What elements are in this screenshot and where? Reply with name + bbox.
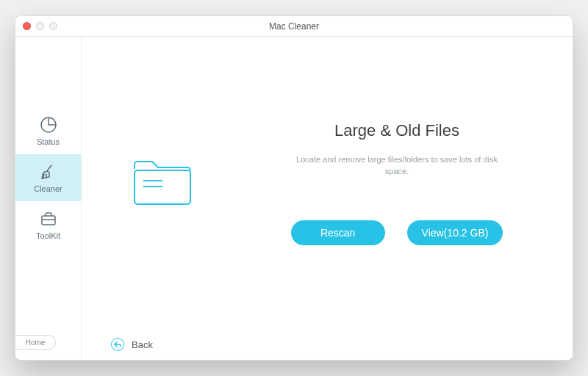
view-button[interactable]: View(10.2 GB) — [407, 220, 503, 245]
rescan-button[interactable]: Rescan — [291, 220, 385, 245]
window-title: Mac Cleaner — [269, 21, 319, 32]
illustration-column — [82, 37, 243, 329]
sidebar: Status Cleaner — [15, 37, 82, 360]
folder-icon — [130, 157, 195, 209]
sidebar-item-status[interactable]: Status — [15, 107, 81, 154]
app-body: Status Cleaner — [15, 37, 573, 360]
app-window: Mac Cleaner Status — [15, 15, 573, 361]
pie-chart-icon — [39, 115, 58, 134]
svg-rect-1 — [42, 216, 55, 225]
sidebar-item-label: Cleaner — [34, 184, 62, 193]
page-description: Locate and remove large files/folders to… — [294, 153, 500, 178]
close-icon[interactable] — [23, 22, 31, 30]
home-button[interactable]: Home — [15, 335, 56, 350]
home-label: Home — [26, 339, 46, 347]
sidebar-item-cleaner[interactable]: Cleaner — [15, 154, 81, 201]
back-icon[interactable] — [111, 338, 124, 351]
traffic-lights — [23, 22, 57, 30]
zoom-icon[interactable] — [49, 22, 57, 30]
sidebar-item-label: ToolKit — [36, 231, 60, 240]
content-area: Large & Old Files Locate and remove larg… — [82, 37, 573, 360]
back-button[interactable]: Back — [132, 339, 153, 350]
minimize-icon[interactable] — [36, 22, 44, 30]
stage: Large & Old Files Locate and remove larg… — [82, 37, 573, 329]
footer-nav: Back — [82, 329, 573, 360]
sidebar-item-label: Status — [37, 137, 60, 146]
broom-icon — [39, 162, 58, 181]
titlebar: Mac Cleaner — [15, 16, 573, 37]
sidebar-item-toolkit[interactable]: ToolKit — [15, 201, 81, 248]
action-buttons: Rescan View(10.2 GB) — [291, 220, 503, 245]
info-column: Large & Old Files Locate and remove larg… — [243, 37, 573, 329]
page-title: Large & Old Files — [334, 121, 459, 140]
briefcase-icon — [39, 209, 58, 228]
